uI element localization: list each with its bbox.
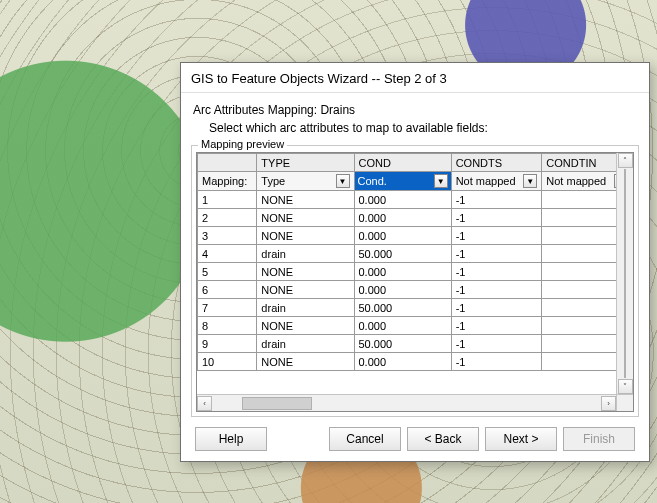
table-row[interactable]: 1NONE0.000-1 — [198, 191, 633, 209]
table-row[interactable]: 4drain50.000-1 — [198, 245, 633, 263]
table-row[interactable]: 10NONE0.000-1 — [198, 353, 633, 371]
cell-n[interactable]: 10 — [198, 353, 257, 371]
cell-condts[interactable]: -1 — [451, 335, 542, 353]
finish-button[interactable]: Finish — [563, 427, 635, 451]
cell-cond[interactable]: 50.000 — [354, 245, 451, 263]
help-button[interactable]: Help — [195, 427, 267, 451]
chevron-down-icon[interactable] — [336, 174, 350, 188]
wizard-dialog: GIS to Feature Objects Wizard -- Step 2 … — [180, 62, 650, 462]
next-button[interactable]: Next > — [485, 427, 557, 451]
cell-cond[interactable]: 0.000 — [354, 191, 451, 209]
cell-cond[interactable]: 0.000 — [354, 317, 451, 335]
scroll-down-icon[interactable]: ˅ — [618, 379, 633, 394]
table-row[interactable]: 6NONE0.000-1 — [198, 281, 633, 299]
chevron-down-icon[interactable] — [434, 174, 448, 188]
cell-condts[interactable]: -1 — [451, 317, 542, 335]
col-header-blank[interactable] — [198, 154, 257, 172]
dialog-title: GIS to Feature Objects Wizard -- Step 2 … — [181, 63, 649, 93]
section-instruction: Select which arc attributes to map to av… — [209, 121, 639, 135]
cell-n[interactable]: 2 — [198, 209, 257, 227]
mapping-preview-fieldset: Mapping preview TYPE COND CONDTS CONDTIN — [191, 145, 639, 417]
fieldset-legend: Mapping preview — [198, 138, 287, 150]
cell-n[interactable]: 9 — [198, 335, 257, 353]
table-row[interactable]: 5NONE0.000-1 — [198, 263, 633, 281]
scroll-thumb[interactable] — [242, 397, 312, 410]
chevron-down-icon[interactable] — [523, 174, 537, 188]
cell-n[interactable]: 3 — [198, 227, 257, 245]
cell-cond[interactable]: 0.000 — [354, 227, 451, 245]
cell-type[interactable]: NONE — [257, 191, 354, 209]
mapping-row: Mapping: Type Cond. Not mapped — [198, 172, 633, 191]
horizontal-scrollbar[interactable]: ‹ › — [197, 394, 616, 411]
cell-type[interactable]: NONE — [257, 353, 354, 371]
section-label: Arc Attributes Mapping: Drains — [193, 103, 639, 117]
table-row[interactable]: 3NONE0.000-1 — [198, 227, 633, 245]
mapping-dropdown-type[interactable]: Type — [257, 172, 354, 191]
cell-n[interactable]: 7 — [198, 299, 257, 317]
cell-condts[interactable]: -1 — [451, 227, 542, 245]
vertical-scrollbar[interactable]: ˄ ˅ — [616, 153, 633, 394]
cell-condts[interactable]: -1 — [451, 245, 542, 263]
table-header-row: TYPE COND CONDTS CONDTIN — [198, 154, 633, 172]
col-header-cond[interactable]: COND — [354, 154, 451, 172]
col-header-condts[interactable]: CONDTS — [451, 154, 542, 172]
cell-n[interactable]: 5 — [198, 263, 257, 281]
mapping-row-label: Mapping: — [198, 172, 257, 191]
preview-grid: TYPE COND CONDTS CONDTIN Mapping: Type — [196, 152, 634, 412]
table-row[interactable]: 2NONE0.000-1 — [198, 209, 633, 227]
table-row[interactable]: 9drain50.000-1 — [198, 335, 633, 353]
scroll-corner — [616, 394, 633, 411]
scroll-left-icon[interactable]: ‹ — [197, 396, 212, 411]
cell-cond[interactable]: 0.000 — [354, 353, 451, 371]
back-button[interactable]: < Back — [407, 427, 479, 451]
table-row[interactable]: 7drain50.000-1 — [198, 299, 633, 317]
button-row: Help Cancel < Back Next > Finish — [191, 417, 639, 455]
col-header-type[interactable]: TYPE — [257, 154, 354, 172]
cell-n[interactable]: 1 — [198, 191, 257, 209]
cell-n[interactable]: 4 — [198, 245, 257, 263]
cell-cond[interactable]: 50.000 — [354, 299, 451, 317]
cell-cond[interactable]: 50.000 — [354, 335, 451, 353]
cancel-button[interactable]: Cancel — [329, 427, 401, 451]
mapping-dropdown-condts[interactable]: Not mapped — [451, 172, 542, 191]
cell-cond[interactable]: 0.000 — [354, 281, 451, 299]
cell-condts[interactable]: -1 — [451, 353, 542, 371]
cell-condts[interactable]: -1 — [451, 209, 542, 227]
scroll-thumb[interactable] — [624, 169, 626, 378]
cell-cond[interactable]: 0.000 — [354, 263, 451, 281]
preview-table: TYPE COND CONDTS CONDTIN Mapping: Type — [197, 153, 633, 371]
scroll-up-icon[interactable]: ˄ — [618, 153, 633, 168]
cell-condts[interactable]: -1 — [451, 299, 542, 317]
cell-type[interactable]: drain — [257, 245, 354, 263]
cell-type[interactable]: NONE — [257, 281, 354, 299]
table-row[interactable]: 8NONE0.000-1 — [198, 317, 633, 335]
cell-type[interactable]: NONE — [257, 263, 354, 281]
cell-type[interactable]: NONE — [257, 209, 354, 227]
cell-type[interactable]: NONE — [257, 317, 354, 335]
cell-type[interactable]: NONE — [257, 227, 354, 245]
cell-n[interactable]: 8 — [198, 317, 257, 335]
cell-condts[interactable]: -1 — [451, 281, 542, 299]
cell-condts[interactable]: -1 — [451, 263, 542, 281]
mapping-dropdown-cond[interactable]: Cond. — [354, 172, 451, 191]
cell-type[interactable]: drain — [257, 335, 354, 353]
cell-cond[interactable]: 0.000 — [354, 209, 451, 227]
cell-type[interactable]: drain — [257, 299, 354, 317]
cell-condts[interactable]: -1 — [451, 191, 542, 209]
scroll-right-icon[interactable]: › — [601, 396, 616, 411]
cell-n[interactable]: 6 — [198, 281, 257, 299]
